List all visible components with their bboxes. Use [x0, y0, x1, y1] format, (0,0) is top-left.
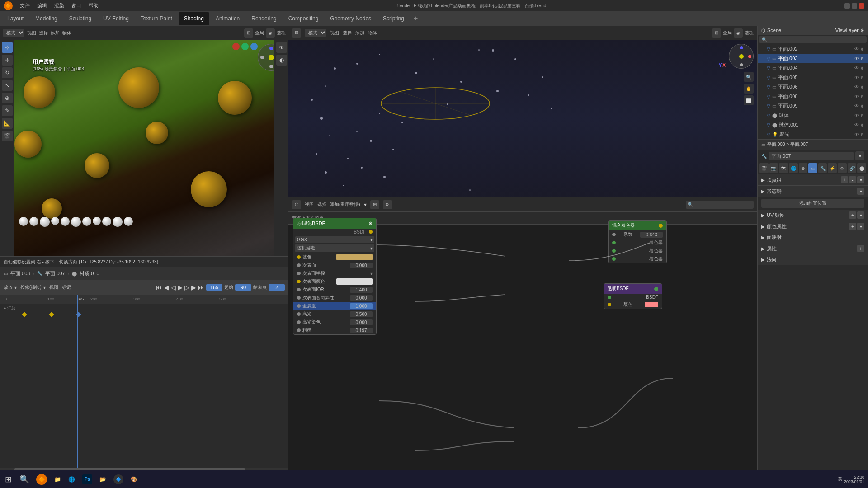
- frame-ruler[interactable]: 0 100 165 200 300 400 500: [0, 295, 288, 304]
- view-label[interactable]: 视图: [27, 30, 36, 36]
- rotate-tool[interactable]: ↻: [2, 67, 13, 78]
- taskbar-app7[interactable]: 🎨: [127, 471, 141, 488]
- vertex-group-remove-btn[interactable]: -: [849, 176, 856, 183]
- outliner-item-plane005[interactable]: ▽ ▭ 平面.005 👁 🖱: [758, 73, 868, 82]
- tab-rendering[interactable]: Rendering: [246, 12, 282, 25]
- material-props-btn[interactable]: ⬤: [857, 163, 866, 173]
- top-overlay-btn[interactable]: ◉: [734, 28, 743, 38]
- modifier-props-btn[interactable]: 🔧: [818, 163, 827, 173]
- cursor-tool[interactable]: ⊹: [2, 42, 13, 53]
- object-props-btn[interactable]: ▭: [808, 163, 817, 173]
- transparent-color-swatch[interactable]: [645, 302, 658, 307]
- subsurface-color-swatch[interactable]: [336, 278, 373, 285]
- 3d-viewport[interactable]: 用户透视 (165) 场景集合 | 平面.003 🔍: [14, 40, 303, 256]
- tile-viewport-btn[interactable]: [250, 43, 258, 50]
- outliner-item-plane006[interactable]: ▽ ▭ 平面.006 👁 🖱: [758, 82, 868, 92]
- node-grid-btn[interactable]: ⊞: [370, 200, 379, 209]
- close-viewport-btn[interactable]: [232, 43, 240, 50]
- top-zoom-btn[interactable]: 🔍: [744, 72, 754, 82]
- outliner-item-plane003[interactable]: ▽ ▭ 平面.003 👁 🖱: [758, 54, 868, 63]
- add-static-pose-btn[interactable]: 添加静置位置: [761, 199, 864, 208]
- top-add-label[interactable]: 添加: [355, 30, 364, 36]
- fac-value[interactable]: 0.643: [640, 232, 663, 238]
- shape-keys-title[interactable]: ▶ 形态键 ▾: [758, 186, 868, 197]
- attributes-add-btn[interactable]: +: [857, 245, 864, 252]
- next-frame-btn[interactable]: ▷: [184, 284, 189, 291]
- top-display-btn[interactable]: ⊞: [712, 28, 721, 38]
- tab-texture-paint[interactable]: Texture Paint: [135, 12, 178, 25]
- particles-props-btn[interactable]: ⚡: [828, 163, 837, 173]
- world-props-btn[interactable]: ⊕: [799, 163, 808, 173]
- top-select-label[interactable]: 选择: [343, 30, 352, 36]
- minimize-btn[interactable]: [844, 3, 850, 9]
- node-select-label[interactable]: 选择: [317, 202, 326, 208]
- tab-scripting[interactable]: Scripting: [377, 12, 410, 25]
- uv-map-settings-btn[interactable]: ▾: [857, 211, 864, 219]
- mark-btn[interactable]: 标记: [62, 284, 71, 291]
- interpolation-dropdown[interactable]: 投像(插帧) ▾: [20, 284, 46, 291]
- prev-frame-btn[interactable]: ◁: [171, 284, 176, 291]
- start-frame-input[interactable]: 90: [235, 284, 251, 291]
- tab-sculpting[interactable]: Sculpting: [64, 12, 97, 25]
- add-workspace-btn[interactable]: +: [410, 13, 421, 24]
- menu-help[interactable]: 帮助: [89, 2, 99, 9]
- vertex-color-add-btn[interactable]: +: [849, 223, 856, 230]
- scale-tool[interactable]: ⤡: [2, 80, 13, 91]
- add-label[interactable]: 添加: [51, 30, 60, 36]
- annotate-tool[interactable]: ✎: [2, 105, 13, 116]
- overlay-btn[interactable]: ◉: [266, 28, 275, 38]
- scene-props-btn[interactable]: 🌐: [789, 163, 798, 173]
- maximize-btn[interactable]: [852, 3, 857, 9]
- taskbar-blender[interactable]: 🔶: [33, 471, 51, 488]
- jump-end-btn[interactable]: ⏭: [198, 284, 204, 291]
- jump-start-btn[interactable]: ⏮: [156, 284, 162, 291]
- outliner-search-input[interactable]: 🔍: [759, 36, 867, 43]
- vertex-group-add-btn[interactable]: +: [841, 176, 848, 183]
- tab-geometry-nodes[interactable]: Geometry Nodes: [325, 12, 377, 25]
- camera-tool[interactable]: 🎬: [2, 131, 13, 141]
- node-view-label[interactable]: 视图: [305, 202, 314, 208]
- top-hand-btn[interactable]: ✋: [744, 84, 754, 94]
- normal-title[interactable]: ▶ 法向: [758, 254, 868, 265]
- subsurface-method-row[interactable]: 随机游走 ▾: [295, 244, 374, 252]
- shape-keys-expand-btn[interactable]: ▾: [857, 188, 864, 195]
- taskbar-browser[interactable]: 🌐: [65, 471, 79, 488]
- distribution-row[interactable]: GGX ▾: [295, 236, 374, 243]
- top-right-3d-viewport[interactable]: 🖥 模式 视图 选择 添加 物体 ⊞ 全局 ◉ 选项: [288, 26, 757, 197]
- start-btn[interactable]: ⊞: [0, 471, 16, 488]
- vertex-groups-title[interactable]: ▶ 顶点组 + - ▾: [758, 174, 868, 185]
- next-keyframe-btn[interactable]: ▶: [191, 284, 196, 291]
- top-viewport-mode[interactable]: 模式: [305, 29, 326, 37]
- menu-file[interactable]: 文件: [20, 2, 30, 9]
- tab-animation[interactable]: Animation: [210, 12, 245, 25]
- measure-tool[interactable]: 📐: [2, 118, 13, 129]
- subsurface-value[interactable]: 0.000: [350, 263, 373, 268]
- breadcrumb-item-1[interactable]: 平面.003: [10, 270, 30, 277]
- tab-layout[interactable]: Layout: [2, 12, 29, 25]
- browse-material-btn[interactable]: ▾: [855, 151, 864, 160]
- taskbar-photoshop[interactable]: Ps: [79, 471, 96, 488]
- tab-modeling[interactable]: Modeling: [30, 12, 63, 25]
- transparent-bsdf-node[interactable]: 透明BSDF BSDF 颜色: [604, 283, 662, 309]
- viewport-mode-dropdown[interactable]: 模式: [3, 29, 24, 37]
- view-layer-btn[interactable]: 🗺: [779, 163, 788, 173]
- roughness-value[interactable]: 0.197: [350, 328, 373, 333]
- node-filter-btn[interactable]: ⚙: [383, 200, 392, 209]
- output-props-btn[interactable]: 📷: [769, 163, 778, 173]
- select-label[interactable]: 选择: [39, 30, 48, 36]
- vertex-group-settings-btn[interactable]: ▾: [857, 176, 864, 183]
- specular-tint-value[interactable]: 0.000: [350, 319, 373, 325]
- uv-map-add-btn[interactable]: +: [849, 211, 856, 219]
- outliner-item-sphere[interactable]: ▽ ⬤ 球体 👁 🖱: [758, 111, 868, 120]
- menu-edit[interactable]: 编辑: [37, 2, 47, 9]
- mixed-shader-node[interactable]: 混合着色器 系数 0.643 着色器 着色器: [608, 220, 667, 263]
- top-view-label[interactable]: 视图: [330, 30, 339, 36]
- menu-render[interactable]: 渲染: [54, 2, 64, 9]
- current-frame-input[interactable]: 165: [206, 284, 222, 291]
- subsurface-aniso-value[interactable]: 0.000: [350, 295, 373, 301]
- object-label[interactable]: 物体: [62, 30, 71, 36]
- specular-value[interactable]: 0.500: [350, 311, 373, 317]
- vertex-color-settings-btn[interactable]: ▾: [857, 223, 864, 230]
- node-search-input[interactable]: 🔍: [686, 201, 754, 209]
- outliner-item-plane002[interactable]: ▽ ▭ 平面.002 👁 🖱: [758, 44, 868, 54]
